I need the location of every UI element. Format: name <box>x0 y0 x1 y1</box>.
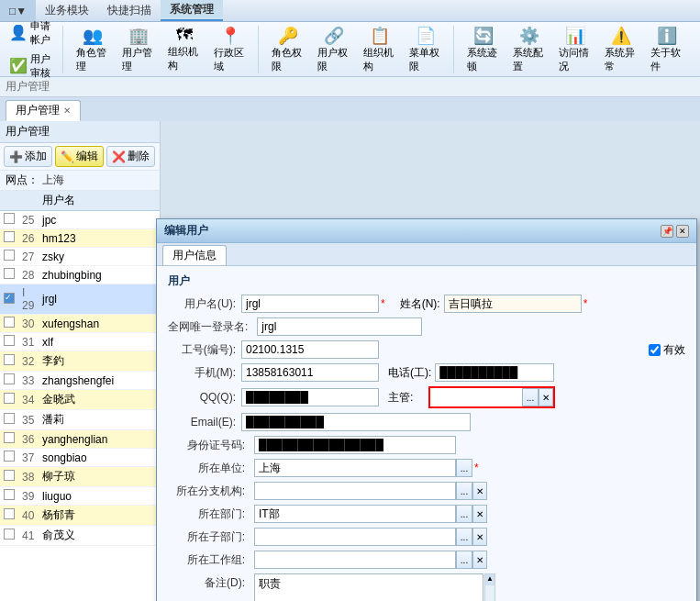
row-check[interactable] <box>0 248 18 266</box>
qq-input[interactable] <box>241 388 379 406</box>
checkbox[interactable] <box>4 250 15 261</box>
checkbox[interactable] <box>4 317 15 328</box>
org-btn[interactable]: 🗺 组织机构 <box>162 24 206 74</box>
row-check[interactable] <box>0 333 18 351</box>
table-row[interactable]: 34 金晓武 <box>0 390 160 410</box>
row-check[interactable] <box>0 211 18 229</box>
row-check[interactable] <box>0 266 18 284</box>
user-manage-tab[interactable]: 用户管理 ✕ <box>6 100 81 121</box>
row-check[interactable] <box>0 372 18 390</box>
checkbox[interactable] <box>4 354 15 365</box>
tab-close-icon[interactable]: ✕ <box>63 106 71 116</box>
apply-account-btn[interactable]: 👤 申请帐户 <box>6 17 57 49</box>
table-row[interactable]: 28 zhubingbing <box>0 266 160 284</box>
row-check[interactable] <box>0 430 18 449</box>
table-row[interactable]: I 29 jrgl <box>0 284 160 315</box>
row-check[interactable] <box>0 229 18 248</box>
system-menu-item[interactable]: 系统管理 <box>161 0 223 21</box>
phone-input[interactable] <box>435 363 554 382</box>
scan-menu-item[interactable]: 快捷扫描 <box>98 0 161 21</box>
table-row[interactable]: 33 zhangshengfei <box>0 372 160 390</box>
delete-btn[interactable]: ❌ 删除 <box>106 146 155 167</box>
org-browse-btn[interactable]: ... <box>456 459 472 477</box>
row-check[interactable] <box>0 351 18 372</box>
branch-clear-btn[interactable]: ✕ <box>472 482 487 500</box>
sys-trace-btn[interactable]: 🔄 系统迹顿 <box>461 24 506 75</box>
subdept-clear-btn[interactable]: ✕ <box>472 528 487 546</box>
user-manage-btn[interactable]: 🏢 用户管理 <box>117 24 161 75</box>
mobile-input[interactable] <box>241 363 379 382</box>
table-row[interactable]: 26 hm123 <box>0 229 160 248</box>
access-btn[interactable]: 📊 访问情况 <box>553 24 597 75</box>
table-row[interactable]: 31 xlf <box>0 333 160 351</box>
row-check[interactable] <box>0 315 18 333</box>
about-btn[interactable]: ℹ️ 关于软件 <box>645 24 689 75</box>
table-row[interactable]: 40 杨郁青 <box>0 506 160 526</box>
workgroup-clear-btn[interactable]: ✕ <box>472 551 487 569</box>
subdept-browse-btn[interactable]: ... <box>456 528 472 546</box>
user-audit-btn[interactable]: ✅ 用户审核 <box>6 50 57 82</box>
workgroup-browse-btn[interactable]: ... <box>456 551 472 569</box>
scrollbar-up-btn[interactable]: ▲ <box>485 574 494 585</box>
supervisor-browse-btn[interactable]: ... <box>522 388 539 406</box>
area-btn[interactable]: 📍 行政区域 <box>208 24 252 75</box>
row-check[interactable] <box>0 390 18 410</box>
valid-checkbox[interactable] <box>649 344 661 356</box>
row-check[interactable] <box>0 506 18 526</box>
checkbox[interactable] <box>4 268 15 279</box>
menu-perm-btn[interactable]: 📄 菜单权限 <box>404 24 448 75</box>
supervisor-clear-btn[interactable]: ✕ <box>539 388 553 406</box>
add-btn[interactable]: ➕ 添加 <box>4 146 52 167</box>
sys-error-btn[interactable]: ⚠️ 系统异常 <box>599 24 643 75</box>
user-info-tab[interactable]: 用户信息 <box>162 245 227 265</box>
table-row[interactable]: 32 李釣 <box>0 351 160 372</box>
row-check[interactable] <box>0 410 18 430</box>
checkbox[interactable] <box>4 529 15 540</box>
branch-input[interactable] <box>254 482 456 500</box>
login-input[interactable] <box>257 317 422 336</box>
role-perm-btn[interactable]: 🔑 角色权限 <box>266 24 310 75</box>
workid-input[interactable] <box>241 340 379 359</box>
dept-input[interactable] <box>254 505 456 523</box>
checkbox[interactable] <box>4 413 15 424</box>
org-perm-btn[interactable]: 📋 组织机构 <box>358 24 402 75</box>
row-check[interactable] <box>0 487 18 506</box>
table-row[interactable]: 39 liuguo <box>0 487 160 506</box>
branch-browse-btn[interactable]: ... <box>456 482 472 500</box>
sys-config-btn[interactable]: ⚙️ 系统配置 <box>507 24 551 75</box>
checkbox[interactable] <box>4 393 15 404</box>
supervisor-input[interactable] <box>430 388 522 406</box>
checkbox[interactable] <box>4 213 15 224</box>
checkbox[interactable] <box>4 373 15 384</box>
user-perm-btn[interactable]: 🔗 用户权限 <box>312 24 356 75</box>
org-input[interactable] <box>254 459 456 477</box>
dept-clear-btn[interactable]: ✕ <box>472 505 487 523</box>
checkbox[interactable] <box>4 293 15 304</box>
idcard-input[interactable] <box>254 436 456 454</box>
checkbox[interactable] <box>4 489 15 500</box>
row-check[interactable] <box>0 449 18 467</box>
table-row[interactable]: 35 潘莉 <box>0 410 160 430</box>
role-manage-btn[interactable]: 👥 角色管理 <box>71 24 115 75</box>
checkbox[interactable] <box>4 432 15 443</box>
edit-btn[interactable]: ✏️ 编辑 <box>55 146 104 167</box>
email-input[interactable] <box>241 413 471 431</box>
table-row[interactable]: 41 俞茂义 <box>0 526 160 546</box>
notes-textarea[interactable]: 职责 <box>254 573 483 601</box>
table-row[interactable]: 25 jpc <box>0 211 160 229</box>
workgroup-input[interactable] <box>254 551 456 569</box>
checkbox[interactable] <box>4 451 15 462</box>
dialog-pin-btn[interactable]: 📌 <box>661 225 673 238</box>
username-input[interactable] <box>241 295 379 313</box>
row-check[interactable] <box>0 284 18 315</box>
lastname-input[interactable] <box>444 295 582 313</box>
row-check[interactable] <box>0 526 18 546</box>
table-row[interactable]: 37 songbiao <box>0 449 160 467</box>
table-row[interactable]: 30 xufengshan <box>0 315 160 333</box>
checkbox[interactable] <box>4 508 15 519</box>
checkbox[interactable] <box>4 231 15 242</box>
checkbox[interactable] <box>4 335 15 346</box>
dialog-close-btn[interactable]: ✕ <box>676 225 689 238</box>
checkbox[interactable] <box>4 470 15 481</box>
subdept-input[interactable] <box>254 528 456 546</box>
